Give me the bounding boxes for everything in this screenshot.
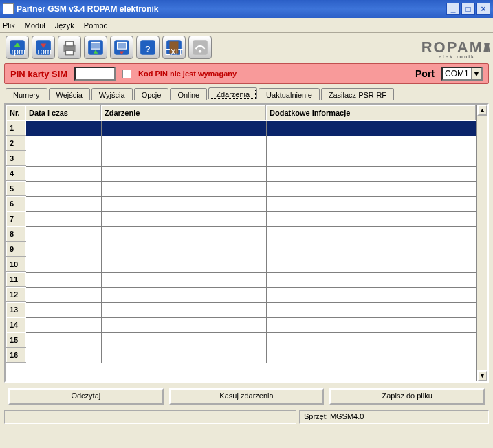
cell [25, 181, 101, 196]
save-file-button[interactable]: Zapisz do pliku [329, 388, 485, 405]
menu-modul[interactable]: Moduł [25, 21, 45, 30]
cell [25, 332, 101, 348]
port-combo[interactable]: COM1 ▼ [441, 67, 483, 81]
cell: 7 [6, 211, 25, 226]
status-right: Sprzęt: MGSM4.0 [299, 410, 489, 424]
cell [101, 166, 266, 181]
logo-sub: elektronik [439, 54, 475, 59]
table-row[interactable]: 3 [6, 151, 476, 166]
menu-plik[interactable]: Plik [3, 21, 15, 30]
exit-button[interactable]: EXIT [162, 36, 186, 59]
table-row[interactable]: 1 [6, 120, 476, 136]
cell [25, 120, 101, 136]
table-row[interactable]: 13 [6, 302, 476, 317]
tab-online[interactable]: Online [170, 88, 207, 100]
table-row[interactable]: 5 [6, 181, 476, 196]
cell: 3 [6, 151, 25, 166]
svg-point-17 [199, 50, 201, 52]
tabbar: NumeryWejściaWyjściaOpcjeOnlineZdarzenia… [0, 87, 493, 100]
cell [266, 302, 476, 317]
scroll-track[interactable] [477, 116, 487, 370]
minimize-button[interactable]: _ [446, 3, 460, 15]
cell [266, 287, 476, 302]
cell [25, 166, 101, 181]
scroll-up-icon[interactable]: ▲ [477, 105, 487, 116]
pin-noreq-checkbox[interactable] [122, 70, 131, 78]
table-row[interactable]: 11 [6, 272, 476, 287]
cell [101, 302, 266, 317]
cell: 11 [6, 272, 25, 287]
cell [266, 317, 476, 332]
toolbar: .rpm .rpm ? EXIT ROPAM/\/\/\ elektronik [0, 33, 493, 61]
table-row[interactable]: 16 [6, 348, 476, 363]
cell [101, 242, 266, 257]
column-header[interactable]: Data i czas [25, 105, 101, 120]
help-button[interactable]: ? [136, 36, 160, 59]
read-button[interactable]: Odczytaj [8, 388, 164, 405]
download-button[interactable] [84, 36, 107, 59]
svg-rect-5 [66, 41, 74, 46]
cell [25, 317, 101, 332]
status-left [4, 410, 296, 424]
cell [25, 226, 101, 242]
cell [101, 272, 266, 287]
tab-zasilaczpsrrf[interactable]: Zasilacz PSR-RF [321, 88, 394, 100]
cell: 6 [6, 196, 25, 211]
table-row[interactable]: 12 [6, 287, 476, 302]
print-button[interactable] [58, 36, 81, 59]
cell [25, 136, 101, 151]
table-row[interactable]: 10 [6, 257, 476, 272]
cell [25, 257, 101, 272]
maximize-button[interactable]: □ [461, 3, 475, 15]
table-row[interactable]: 15 [6, 332, 476, 348]
menu-pomoc[interactable]: Pomoc [84, 21, 107, 30]
cell [25, 302, 101, 317]
table-row[interactable]: 6 [6, 196, 476, 211]
chevron-down-icon: ▼ [471, 68, 481, 79]
save-rpm-button[interactable]: .rpm [32, 36, 55, 59]
cell: 13 [6, 302, 25, 317]
table-row[interactable]: 4 [6, 166, 476, 181]
tab-wejcia[interactable]: Wejścia [49, 88, 90, 100]
cell [266, 181, 476, 196]
cell [25, 242, 101, 257]
wireless-button[interactable] [188, 36, 212, 59]
cell: 16 [6, 348, 25, 363]
table-row[interactable]: 14 [6, 317, 476, 332]
menu-jezyk[interactable]: Język [55, 21, 74, 30]
svg-rect-10 [118, 42, 127, 49]
scroll-down-icon[interactable]: ▼ [477, 370, 487, 381]
column-header[interactable]: Zdarzenie [101, 105, 266, 120]
cell [266, 120, 476, 136]
table-row[interactable]: 7 [6, 211, 476, 226]
cell [266, 332, 476, 348]
svg-rect-8 [91, 42, 100, 49]
cell [101, 151, 266, 166]
events-table: Nr.Data i czasZdarzenieDodatkowe informa… [6, 105, 476, 363]
column-header[interactable]: Nr. [6, 105, 25, 120]
cell: 9 [6, 242, 25, 257]
tab-wyjcia[interactable]: Wyjścia [91, 88, 133, 100]
vertical-scrollbar[interactable]: ▲ ▼ [476, 105, 487, 381]
pin-input[interactable] [74, 67, 116, 81]
events-table-wrap: Nr.Data i czasZdarzenieDodatkowe informa… [4, 103, 489, 383]
cell [266, 348, 476, 363]
tab-opcje[interactable]: Opcje [134, 88, 169, 100]
upload-button[interactable] [110, 36, 133, 59]
clear-button[interactable]: Kasuj zdarzenia [169, 388, 325, 405]
cell: 2 [6, 136, 25, 151]
table-row[interactable]: 9 [6, 242, 476, 257]
cell [101, 332, 266, 348]
cell [101, 287, 266, 302]
tab-uaktualnienie[interactable]: Uaktualnienie [259, 88, 320, 100]
titlebar: Partner GSM v3.4 ROPAM elektronik _ □ × [0, 0, 493, 18]
open-rpm-button[interactable]: .rpm [6, 36, 29, 59]
cell: 15 [6, 332, 25, 348]
tab-numery[interactable]: Numery [6, 88, 47, 100]
close-button[interactable]: × [476, 3, 490, 15]
table-row[interactable]: 2 [6, 136, 476, 151]
table-row[interactable]: 8 [6, 226, 476, 242]
menubar: Plik Moduł Język Pomoc [0, 18, 493, 33]
column-header[interactable]: Dodatkowe informacje [266, 105, 476, 120]
tab-zdarzenia[interactable]: Zdarzenia [208, 87, 257, 100]
